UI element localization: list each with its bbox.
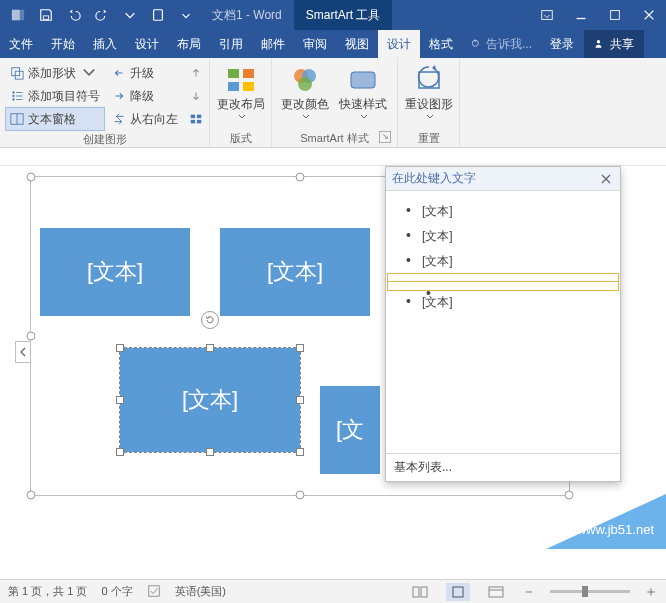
- text-pane-item[interactable]: [文本]: [388, 249, 618, 274]
- tab-design[interactable]: 设计: [126, 30, 168, 58]
- promote-label: 升级: [130, 65, 154, 82]
- text-pane-close-icon[interactable]: [598, 171, 614, 187]
- svg-rect-20: [191, 115, 195, 119]
- minimize-icon[interactable]: [564, 0, 598, 30]
- zoom-out-icon[interactable]: －: [522, 583, 536, 601]
- text-pane-item[interactable]: [文本]: [388, 224, 618, 249]
- add-bullet-button[interactable]: 添加项目符号: [6, 85, 104, 107]
- svg-rect-35: [413, 587, 419, 597]
- svg-rect-31: [351, 72, 375, 88]
- undo-icon[interactable]: [62, 3, 86, 27]
- view-print-icon[interactable]: [446, 583, 470, 601]
- tab-file[interactable]: 文件: [0, 30, 42, 58]
- svg-rect-24: [228, 69, 239, 78]
- tab-smartart-format[interactable]: 格式: [420, 30, 462, 58]
- reset-graphic-icon: [413, 64, 445, 96]
- tell-me-search[interactable]: 告诉我...: [462, 30, 540, 58]
- group-label-create: 创建图形: [4, 132, 205, 148]
- change-colors-button[interactable]: 更改颜色: [276, 60, 334, 131]
- group-reset: 重设图形 重置: [398, 58, 460, 147]
- svg-rect-1: [12, 10, 20, 21]
- zoom-in-icon[interactable]: ＋: [644, 583, 658, 601]
- ribbon-options-icon[interactable]: [530, 0, 564, 30]
- zoom-slider[interactable]: [550, 590, 630, 593]
- smartart-shape[interactable]: [文: [320, 386, 380, 474]
- status-word-count[interactable]: 0 个字: [101, 584, 132, 599]
- text-pane-item[interactable]: [文本]: [388, 199, 618, 224]
- ruler: [0, 148, 666, 166]
- qat-more-icon[interactable]: [118, 3, 142, 27]
- svg-rect-6: [611, 11, 620, 20]
- svg-rect-34: [148, 585, 159, 596]
- tab-review[interactable]: 审阅: [294, 30, 336, 58]
- svg-point-9: [597, 40, 600, 43]
- status-language[interactable]: 英语(美国): [175, 584, 226, 599]
- status-proofing-icon[interactable]: [147, 584, 161, 600]
- change-layout-label: 更改布局: [217, 98, 265, 111]
- qat-dropdown-icon[interactable]: [174, 3, 198, 27]
- text-pane-title: 在此处键入文字: [392, 170, 476, 187]
- view-web-icon[interactable]: [484, 583, 508, 601]
- add-shape-button[interactable]: 添加形状: [6, 62, 104, 84]
- svg-rect-3: [154, 10, 163, 21]
- layout-dropdown-button[interactable]: [186, 108, 206, 130]
- maximize-icon[interactable]: [598, 0, 632, 30]
- svg-rect-23: [197, 120, 201, 124]
- demote-button[interactable]: 降级: [108, 85, 182, 107]
- change-layout-button[interactable]: 更改布局: [214, 60, 267, 131]
- ribbon: 添加形状 添加项目符号 文本窗格 升级 降级 从右向左 创建图形 更改布局: [0, 58, 666, 148]
- status-page[interactable]: 第 1 页，共 1 页: [8, 584, 87, 599]
- text-pane-collapse-icon[interactable]: [15, 341, 31, 363]
- text-pane-label: 文本窗格: [28, 111, 76, 128]
- group-label-reset: 重置: [402, 131, 455, 147]
- svg-rect-22: [191, 120, 195, 124]
- share-label: 共享: [610, 36, 634, 53]
- contextual-tab-label: SmartArt 工具: [294, 0, 393, 30]
- rotate-handle-icon[interactable]: [201, 311, 219, 329]
- share-button[interactable]: 共享: [584, 30, 644, 58]
- view-read-icon[interactable]: [408, 583, 432, 601]
- document-title: 文档1 - Word: [212, 7, 282, 24]
- quick-styles-button[interactable]: 快速样式: [334, 60, 392, 131]
- rtl-button[interactable]: 从右向左: [108, 108, 182, 130]
- text-pane[interactable]: 在此处键入文字 [文本] [文本] [文本] [文本] 基本列表...: [385, 166, 621, 482]
- tab-home[interactable]: 开始: [42, 30, 84, 58]
- demote-label: 降级: [130, 88, 154, 105]
- svg-rect-2: [43, 16, 48, 20]
- login-button[interactable]: 登录: [540, 30, 584, 58]
- ribbon-tabs: 文件 开始 插入 设计 布局 引用 邮件 审阅 视图 设计 格式 告诉我... …: [0, 30, 666, 58]
- smartart-shape[interactable]: [文本]: [220, 228, 370, 316]
- svg-rect-38: [489, 587, 503, 597]
- promote-button[interactable]: 升级: [108, 62, 182, 84]
- move-up-button[interactable]: [186, 62, 206, 84]
- text-pane-item[interactable]: [文本]: [388, 290, 618, 315]
- change-layout-icon: [225, 64, 257, 96]
- tab-insert[interactable]: 插入: [84, 30, 126, 58]
- move-down-button[interactable]: [186, 85, 206, 107]
- svg-rect-37: [453, 587, 463, 597]
- tell-me-label: 告诉我...: [486, 36, 532, 53]
- text-pane-footer[interactable]: 基本列表...: [386, 453, 620, 481]
- svg-point-14: [12, 95, 14, 97]
- tab-view[interactable]: 视图: [336, 30, 378, 58]
- save-icon[interactable]: [34, 3, 58, 27]
- tab-references[interactable]: 引用: [210, 30, 252, 58]
- svg-rect-8: [475, 40, 477, 42]
- word-icon[interactable]: [6, 3, 30, 27]
- document-canvas[interactable]: [文本] [文本] [文 [文本] 在此处键入文字 [文本] [文本] [文本]…: [0, 166, 666, 573]
- text-pane-body[interactable]: [文本] [文本] [文本] [文本]: [386, 191, 620, 453]
- smartart-shape[interactable]: [文本]: [40, 228, 190, 316]
- dialog-launcher-icon[interactable]: ↘: [379, 131, 391, 143]
- text-pane-toggle[interactable]: 文本窗格: [6, 108, 104, 130]
- touch-mode-icon[interactable]: [146, 3, 170, 27]
- tab-smartart-design[interactable]: 设计: [378, 30, 420, 58]
- reset-graphic-button[interactable]: 重设图形: [402, 60, 455, 131]
- close-icon[interactable]: [632, 0, 666, 30]
- group-label-layouts: 版式: [214, 131, 267, 147]
- smartart-shape-selected[interactable]: [文本]: [120, 348, 300, 452]
- redo-icon[interactable]: [90, 3, 114, 27]
- text-pane-item-selected[interactable]: [388, 274, 618, 282]
- text-pane-item-selected[interactable]: [388, 282, 618, 290]
- tab-mailings[interactable]: 邮件: [252, 30, 294, 58]
- tab-layout[interactable]: 布局: [168, 30, 210, 58]
